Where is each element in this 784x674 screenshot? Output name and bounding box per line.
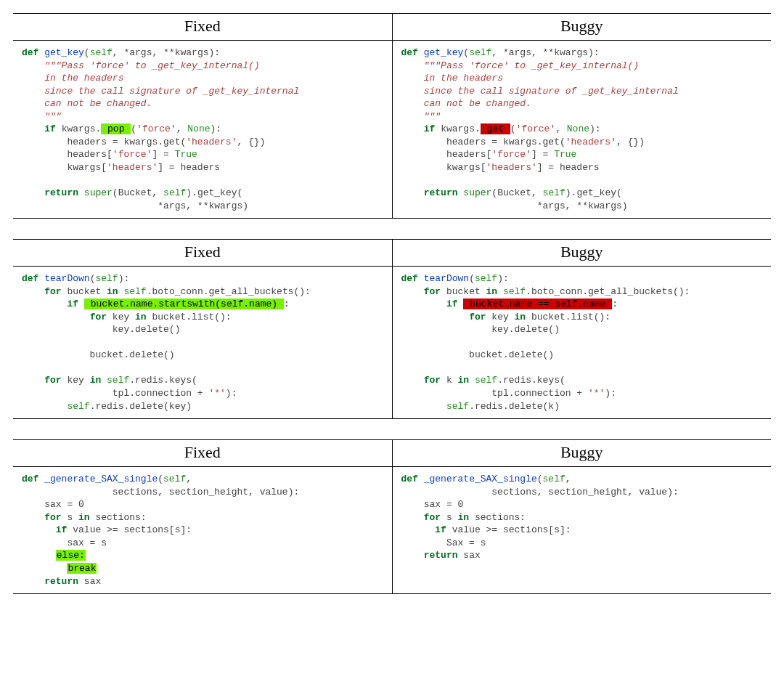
bottom-rule [13,218,771,219]
header-row: FixedBuggy [13,240,771,266]
highlight-fixed: bucket.name.startswith(self.name) [84,299,284,309]
code-row: def get_key(self, *args, **kwargs): """P… [13,41,771,218]
comparison-block: FixedBuggydef get_key(self, *args, **kwa… [13,13,771,219]
header-buggy: Buggy [393,14,772,40]
code-comparison-figure: FixedBuggydef get_key(self, *args, **kwa… [13,13,771,594]
header-buggy: Buggy [393,240,772,266]
code-listing: def _generate_SAX_single(self, sections,… [22,473,385,588]
header-fixed: Fixed [13,240,392,266]
header-row: FixedBuggy [13,14,771,40]
buggy-code: def get_key(self, *args, **kwargs): """P… [393,41,772,218]
fixed-code: def tearDown(self): for bucket in self.b… [13,267,392,418]
header-row: FixedBuggy [13,440,771,466]
highlight-buggy: bucket.name == self.name [463,299,612,309]
highlight-fixed: else: [56,550,86,561]
code-listing: def get_key(self, *args, **kwargs): """P… [401,46,764,212]
highlight-buggy: get [481,123,510,134]
code-listing: def tearDown(self): for bucket in self.b… [401,272,764,413]
buggy-code: def tearDown(self): for bucket in self.b… [393,267,772,418]
buggy-code: def _generate_SAX_single(self, sections,… [393,467,772,593]
code-listing: def get_key(self, *args, **kwargs): """P… [22,46,385,212]
fixed-code: def _generate_SAX_single(self, sections,… [13,467,392,593]
bottom-rule [13,418,771,419]
bottom-rule [13,593,771,594]
highlight-fixed: break [67,563,97,574]
highlight-fixed: pop [101,123,131,134]
fixed-code: def get_key(self, *args, **kwargs): """P… [13,41,392,218]
code-listing: def tearDown(self): for bucket in self.b… [22,272,385,413]
code-row: def _generate_SAX_single(self, sections,… [13,467,771,593]
code-listing: def _generate_SAX_single(self, sections,… [401,473,764,562]
header-buggy: Buggy [393,440,772,466]
header-fixed: Fixed [13,440,392,466]
comparison-block: FixedBuggydef _generate_SAX_single(self,… [13,439,771,594]
comparison-block: FixedBuggydef tearDown(self): for bucket… [13,239,771,419]
code-row: def tearDown(self): for bucket in self.b… [13,267,771,418]
header-fixed: Fixed [13,14,392,40]
